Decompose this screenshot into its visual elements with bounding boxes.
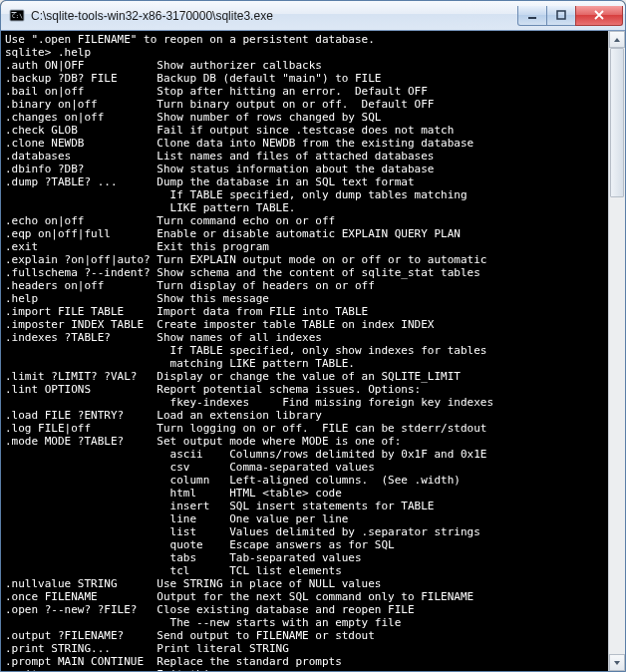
application-window: C:\ C:\sqlite-tools-win32-x86-3170000\sq…	[0, 0, 626, 672]
app-icon: C:\	[9, 8, 25, 24]
titlebar[interactable]: C:\ C:\sqlite-tools-win32-x86-3170000\sq…	[1, 1, 625, 31]
close-button[interactable]	[575, 6, 623, 26]
scroll-track[interactable]	[609, 48, 625, 654]
window-buttons	[518, 6, 623, 26]
svg-text:C:\: C:\	[12, 12, 23, 19]
minimize-button[interactable]	[517, 6, 547, 26]
svg-rect-4	[557, 11, 565, 19]
client-area: Use ".open FILENAME" to reopen on a pers…	[1, 31, 625, 671]
maximize-button[interactable]	[546, 6, 576, 26]
window-title: C:\sqlite-tools-win32-x86-3170000\sqlite…	[31, 9, 518, 23]
terminal-output[interactable]: Use ".open FILENAME" to reopen on a pers…	[1, 31, 608, 671]
svg-rect-3	[528, 17, 536, 19]
scroll-down-button[interactable]	[609, 654, 625, 671]
vertical-scrollbar[interactable]	[608, 31, 625, 671]
scroll-thumb[interactable]	[610, 48, 624, 197]
scroll-up-button[interactable]	[609, 31, 625, 48]
